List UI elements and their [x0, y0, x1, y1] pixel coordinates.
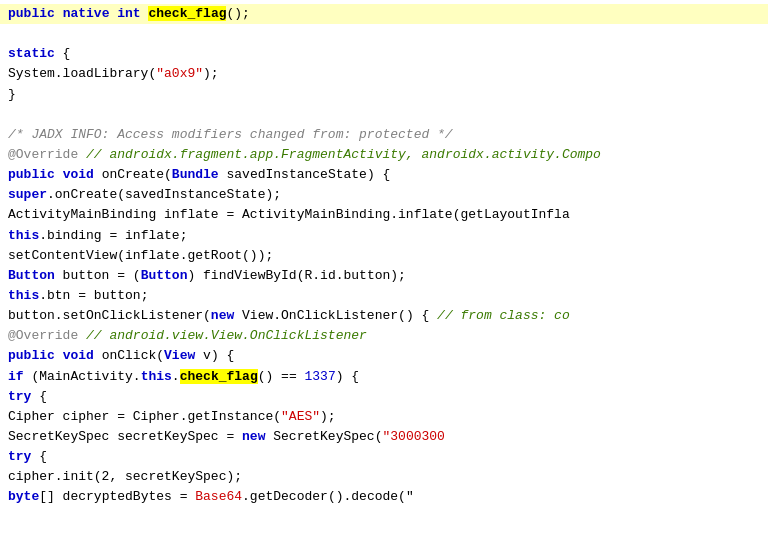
code-line	[0, 24, 768, 44]
code-line: public native int check_flag();	[0, 4, 768, 24]
code-token: {	[31, 449, 47, 464]
code-token: int	[117, 6, 140, 21]
code-token: .binding = inflate;	[39, 228, 187, 243]
code-token: (MainActivity.	[24, 369, 141, 384]
code-token: View	[164, 348, 195, 363]
code-token: void	[63, 167, 94, 182]
code-line: Cipher cipher = Cipher.getInstance("AES"…	[0, 407, 768, 427]
code-line: @Override // androidx.fragment.app.Fragm…	[0, 145, 768, 165]
code-token: // from class: co	[437, 308, 570, 323]
code-token: button.setOnClickListener(	[8, 308, 211, 323]
code-token: new	[211, 308, 234, 323]
code-token: SecretKeySpec secretKeySpec =	[8, 429, 242, 444]
code-token: public	[8, 167, 55, 182]
code-line: public void onClick(View v) {	[0, 346, 768, 366]
code-token: {	[55, 46, 71, 61]
code-token: if	[8, 369, 24, 384]
code-token: void	[63, 348, 94, 363]
code-line: byte[] decryptedBytes = Base64.getDecode…	[0, 487, 768, 507]
code-token: public	[8, 6, 55, 21]
code-token: );	[320, 409, 336, 424]
code-line: this.btn = button;	[0, 286, 768, 306]
code-token: this	[8, 288, 39, 303]
code-token: /* JADX INFO: Access modifiers changed f…	[8, 127, 453, 142]
code-token: onCreate(	[94, 167, 172, 182]
code-line: System.loadLibrary("a0x9");	[0, 64, 768, 84]
code-line: try {	[0, 447, 768, 467]
code-token	[55, 6, 63, 21]
code-token: super	[8, 187, 47, 202]
code-token: // androidx.fragment.app.FragmentActivit…	[86, 147, 601, 162]
code-token: check_flag	[148, 6, 226, 21]
code-token: [] decryptedBytes =	[39, 489, 195, 504]
code-token: {	[31, 389, 47, 404]
code-token: button = (	[55, 268, 141, 283]
code-line: public void onCreate(Bundle savedInstanc…	[0, 165, 768, 185]
code-token	[78, 147, 86, 162]
code-token: @Override	[8, 328, 78, 343]
code-token: Cipher cipher = Cipher.getInstance(	[8, 409, 281, 424]
code-line: Button button = (Button) findViewById(R.…	[0, 266, 768, 286]
code-token: View.OnClickListener() {	[234, 308, 437, 323]
code-token: byte	[8, 489, 39, 504]
code-line: try {	[0, 387, 768, 407]
code-line: setContentView(inflate.getRoot());	[0, 246, 768, 266]
code-token: onClick(	[94, 348, 164, 363]
code-token: ) findViewById(R.id.button);	[187, 268, 405, 283]
code-token: new	[242, 429, 265, 444]
code-token: Base64	[195, 489, 242, 504]
code-line: if (MainActivity.this.check_flag() == 13…	[0, 367, 768, 387]
code-token: "a0x9"	[156, 66, 203, 81]
code-line: /* JADX INFO: Access modifiers changed f…	[0, 125, 768, 145]
code-token: savedInstanceState) {	[219, 167, 391, 182]
code-token: // android.view.View.OnClickListener	[86, 328, 367, 343]
code-token	[55, 348, 63, 363]
code-line: static {	[0, 44, 768, 64]
code-line: @Override // android.view.View.OnClickLi…	[0, 326, 768, 346]
code-token	[55, 167, 63, 182]
code-line: this.binding = inflate;	[0, 226, 768, 246]
code-token: static	[8, 46, 55, 61]
code-token: "3000300	[382, 429, 444, 444]
code-token: 1337	[305, 369, 336, 384]
code-token: "AES"	[281, 409, 320, 424]
code-token: .	[172, 369, 180, 384]
code-token: System.loadLibrary(	[8, 66, 156, 81]
code-token: Button	[8, 268, 55, 283]
code-token: ActivityMainBinding inflate = ActivityMa…	[8, 207, 570, 222]
code-line: cipher.init(2, secretKeySpec);	[0, 467, 768, 487]
code-token: .onCreate(savedInstanceState);	[47, 187, 281, 202]
code-token: Button	[141, 268, 188, 283]
code-token: .btn = button;	[39, 288, 148, 303]
code-token: cipher.init(2, secretKeySpec);	[8, 469, 242, 484]
code-line	[0, 105, 768, 125]
code-token: @Override	[8, 147, 78, 162]
code-line: SecretKeySpec secretKeySpec = new Secret…	[0, 427, 768, 447]
code-token: native	[63, 6, 110, 21]
code-token: try	[8, 389, 31, 404]
code-viewer: public native int check_flag(); static {…	[0, 0, 768, 541]
code-token: setContentView(inflate.getRoot());	[8, 248, 273, 263]
code-token: SecretKeySpec(	[265, 429, 382, 444]
code-token: }	[8, 87, 16, 102]
code-line: }	[0, 85, 768, 105]
code-token: try	[8, 449, 31, 464]
code-token: this	[141, 369, 172, 384]
code-token: v) {	[195, 348, 234, 363]
code-token: ();	[226, 6, 249, 21]
code-token: () ==	[258, 369, 305, 384]
code-token: ) {	[336, 369, 359, 384]
code-token: public	[8, 348, 55, 363]
code-line: super.onCreate(savedInstanceState);	[0, 185, 768, 205]
code-line: ActivityMainBinding inflate = ActivityMa…	[0, 205, 768, 225]
code-token: );	[203, 66, 219, 81]
code-line: button.setOnClickListener(new View.OnCli…	[0, 306, 768, 326]
code-token: this	[8, 228, 39, 243]
code-token: Bundle	[172, 167, 219, 182]
code-token	[78, 328, 86, 343]
code-token: .getDecoder().decode("	[242, 489, 414, 504]
code-token: check_flag	[180, 369, 258, 384]
